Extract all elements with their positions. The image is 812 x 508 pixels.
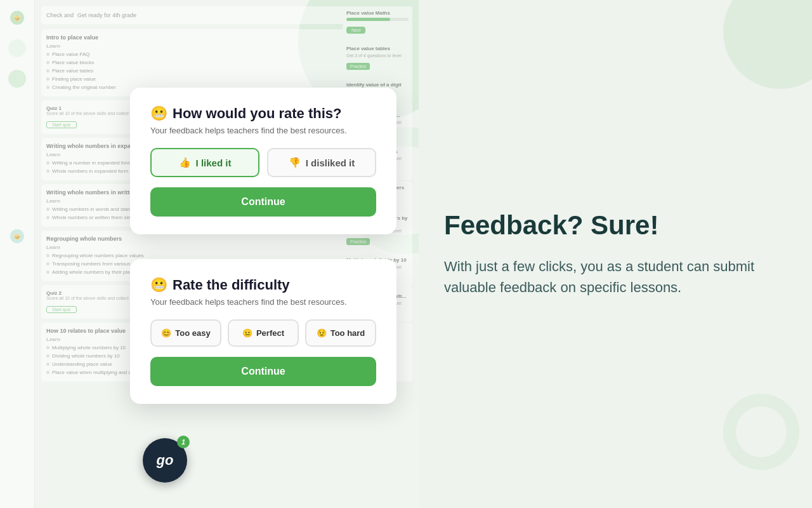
fake-bullet [46, 77, 49, 81]
modal-rate-emoji: 😬 [150, 105, 167, 122]
fake-practice-btn-6[interactable]: Practice [346, 238, 370, 245]
too-easy-button[interactable]: 😊 Too easy [150, 319, 221, 347]
fake-header-link: Get ready for 4th grade [77, 12, 136, 18]
modal-difficulty: 😬 Rate the difficulty Your feedback help… [130, 259, 396, 404]
fake-mini-card-title-1: Place value Maths [346, 10, 409, 16]
fake-bullet [46, 216, 49, 219]
difficulty-button-row: 😊 Too easy 😐 Perfect 😟 Too hard [150, 319, 376, 347]
fake-mini-card-1: Place value Maths Next [343, 6, 412, 38]
fake-header-text: Check and [46, 12, 74, 18]
fake-bullet [46, 86, 49, 89]
fake-progress-fill-1 [346, 18, 390, 21]
thumbs-down-icon: 👎 [289, 157, 301, 168]
modal-difficulty-title: 😬 Rate the difficulty [150, 277, 376, 293]
disliked-label: I disliked it [306, 157, 355, 168]
fake-sidebar-item-1: 🐱 [0, 5, 34, 30]
go-badge-text: go [157, 452, 174, 469]
disliked-button[interactable]: 👎 I disliked it [267, 148, 376, 177]
right-deco-circle-1 [723, 0, 812, 89]
liked-label: I liked it [196, 157, 232, 168]
fake-next-btn[interactable]: Next [346, 27, 365, 34]
fake-bullet [46, 170, 49, 173]
liked-button[interactable]: 👍 I liked it [150, 148, 259, 177]
quiz-start-button-1[interactable]: Start quiz [46, 121, 77, 128]
modal-rate: 😬 How would you rate this? Your feedback… [130, 88, 396, 234]
fake-mini-card-title-3: Identify value of a digit [346, 82, 409, 88]
fake-bullet [46, 161, 49, 164]
fake-bullet [46, 363, 49, 366]
modal-difficulty-title-text: Rate the difficulty [173, 277, 290, 293]
fake-sidebar-item-3 [0, 66, 34, 91]
fake-bullet [46, 262, 49, 265]
too-easy-emoji: 😊 [161, 328, 171, 338]
modal-rate-title: 😬 How would you rate this? [150, 105, 376, 122]
go-badge[interactable]: go 1 [143, 438, 187, 483]
fake-practice-btn-1[interactable]: Practice [346, 63, 370, 70]
modal-rate-subtitle: Your feedback helps teachers find the be… [150, 126, 376, 135]
perfect-label: Perfect [256, 328, 284, 338]
fake-bullet [46, 346, 49, 349]
fake-avatar-2: 🐱 [10, 229, 24, 243]
fake-avatar: 🐱 [10, 11, 24, 25]
fake-bullet [46, 69, 49, 72]
too-hard-label: Too hard [331, 328, 365, 338]
background-ui: 🐱 🐱 Check and Get ready for 4th grade [0, 0, 419, 508]
modal-difficulty-subtitle: Your feedback helps teachers find the be… [150, 297, 376, 307]
fake-bullet [46, 254, 49, 257]
fake-sidebar-item-2 [0, 36, 34, 61]
fake-sidebar: 🐱 🐱 [0, 0, 35, 508]
fake-dot-1 [8, 39, 26, 57]
too-easy-label: Too easy [175, 328, 210, 338]
fake-progress-bar-1 [346, 18, 409, 21]
fake-mini-card-title-2: Place value tables [346, 46, 409, 51]
fake-bullet [46, 61, 49, 64]
fake-bullet [46, 371, 49, 374]
fake-bullet [46, 354, 49, 358]
right-body: With just a few clicks, you as a student… [444, 256, 774, 298]
too-hard-button[interactable]: 😟 Too hard [305, 319, 376, 347]
perfect-emoji: 😐 [242, 328, 252, 338]
fake-content-area: Check and Get ready for 4th grade Intro … [35, 0, 419, 508]
rate-button-row: 👍 I liked it 👎 I disliked it [150, 148, 376, 177]
too-hard-emoji: 😟 [317, 328, 327, 338]
fake-bullet [46, 208, 49, 211]
right-panel: Feedback? Sure! With just a few clicks, … [419, 0, 812, 508]
thumbs-up-icon: 👍 [179, 157, 191, 168]
difficulty-continue-button[interactable]: Continue [150, 357, 376, 386]
modal-difficulty-emoji: 😬 [150, 277, 167, 293]
fake-mini-card-2: Place value tables Get 3 of 4 questions … [343, 42, 412, 74]
right-heading: Feedback? Sure! [444, 210, 774, 241]
fake-bullet [46, 53, 49, 56]
perfect-button[interactable]: 😐 Perfect [228, 319, 299, 347]
left-panel: 🐱 🐱 Check and Get ready for 4th grade [0, 0, 419, 508]
modal-rate-title-text: How would you rate this? [173, 105, 341, 122]
right-deco-circle-2 [723, 394, 799, 470]
quiz-start-button-2[interactable]: Start quiz [46, 306, 77, 313]
go-badge-notification: 1 [177, 436, 190, 448]
fake-dot-2 [8, 70, 26, 88]
fake-sidebar-item-4: 🐱 [0, 97, 34, 122]
rate-continue-button[interactable]: Continue [150, 187, 376, 217]
fake-bullet [46, 271, 49, 274]
